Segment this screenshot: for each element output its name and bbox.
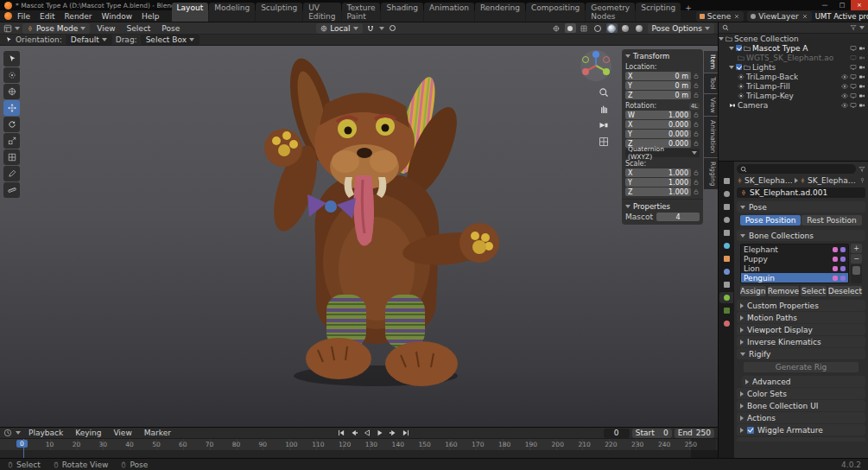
mode-dropdown[interactable]: Pose Mode	[22, 23, 90, 34]
disable-in-render-icon[interactable]	[858, 64, 865, 71]
expand-icon[interactable]	[729, 47, 734, 50]
n-panel-tab-rigging[interactable]: Rigging	[704, 158, 718, 189]
tool-cursor[interactable]	[3, 84, 20, 99]
editor-type-icon[interactable]	[3, 24, 12, 33]
color-sets-panel-header[interactable]: Color Sets	[737, 388, 865, 399]
disable-in-render-icon[interactable]	[858, 102, 865, 109]
playhead[interactable]: 0	[16, 440, 28, 448]
play-button[interactable]	[374, 429, 385, 438]
perspective-toggle-icon[interactable]	[599, 137, 609, 147]
bone-collections-panel-header[interactable]: Bone Collections	[737, 230, 865, 241]
bone-collection-lion[interactable]: Lion	[741, 264, 848, 273]
location-z-field[interactable]: Z0 m	[625, 91, 691, 99]
tool-scale[interactable]	[3, 133, 20, 149]
lock-icon[interactable]	[693, 140, 700, 147]
wiggle-armature-checkbox[interactable]	[747, 427, 754, 434]
previous-keyframe-button[interactable]	[348, 429, 359, 438]
menu-edit[interactable]: Edit	[35, 11, 59, 22]
n-panel-tab-animation[interactable]: Animation	[704, 117, 718, 156]
xray-toggle[interactable]	[579, 23, 590, 33]
bone-collection-elephant[interactable]: Elephant	[741, 245, 848, 254]
frame-start-field[interactable]: Start 0	[632, 429, 672, 438]
pose-panel-header[interactable]: Pose	[737, 201, 865, 213]
menu-render[interactable]: Render	[60, 11, 97, 22]
lock-icon[interactable]	[693, 73, 700, 79]
hide-in-viewport-icon[interactable]	[850, 73, 857, 80]
hide-eye-icon[interactable]	[841, 92, 848, 99]
expand-icon[interactable]	[719, 37, 724, 41]
tab-view-layer[interactable]	[719, 214, 733, 225]
zoom-icon[interactable]	[599, 87, 609, 98]
menu-marker[interactable]: Marker	[140, 428, 175, 438]
add-workspace-button[interactable]: +	[681, 3, 695, 22]
tab-bone[interactable]	[719, 305, 733, 316]
snap-toggle[interactable]	[365, 23, 377, 33]
proportional-edit-toggle[interactable]	[387, 23, 398, 33]
viewport-3d[interactable]: Transform Location: X0 m Y0 m Z0 m	[0, 46, 718, 427]
assign-button[interactable]: Assign	[740, 286, 766, 296]
outliner-row-lights[interactable]: Lights	[719, 62, 868, 72]
search-icon[interactable]	[722, 24, 729, 31]
workspace-tab-rendering[interactable]: Rendering	[475, 3, 525, 22]
lock-icon[interactable]	[693, 121, 700, 128]
remove-collection-button[interactable]: −	[851, 254, 862, 264]
tool-select-box[interactable]	[3, 67, 20, 83]
filter-chevron-icon[interactable]	[859, 26, 865, 29]
tab-scene[interactable]	[719, 227, 733, 238]
mascot-character[interactable]	[216, 46, 527, 391]
play-reverse-button[interactable]	[361, 429, 372, 438]
bone-collection-puppy[interactable]: Puppy	[741, 254, 848, 264]
outliner-row-mascot-type-a[interactable]: Mascot Type A	[719, 43, 868, 53]
workspace-tab-scripting[interactable]: Scripting	[636, 3, 681, 22]
lock-icon[interactable]	[693, 111, 700, 118]
tool-measure[interactable]	[3, 182, 20, 198]
collection-color-icon[interactable]	[833, 266, 838, 271]
remove-button[interactable]: Remove	[768, 286, 800, 296]
close-button[interactable]: ×	[851, 0, 868, 10]
snap-chevron-icon[interactable]	[379, 27, 384, 30]
menu-view[interactable]: View	[92, 23, 119, 34]
maximize-button[interactable]: □	[833, 0, 851, 10]
collection-checkbox[interactable]	[736, 45, 742, 51]
drag-setting-dropdown[interactable]: Select Box	[141, 35, 200, 45]
pin-icon[interactable]	[859, 177, 865, 184]
show-overlays-toggle[interactable]	[565, 23, 576, 33]
deselect-button[interactable]: Deselect	[828, 286, 862, 296]
rest-position-button[interactable]: Rest Position	[801, 215, 862, 225]
n-panel-tab-item[interactable]: Item	[704, 51, 718, 73]
tool-move[interactable]	[3, 100, 20, 116]
pan-hand-icon[interactable]	[599, 104, 609, 114]
tool-annotate[interactable]	[3, 166, 20, 181]
list-scrollbar[interactable]	[851, 264, 862, 283]
breadcrumb-object[interactable]: SK_Elephant....	[744, 176, 793, 185]
collection-checkbox[interactable]	[736, 64, 742, 70]
breadcrumb-data[interactable]: SK_Elephant.ad.0...	[808, 176, 856, 185]
n-panel-tab-view[interactable]: View	[704, 94, 718, 117]
pose-options-dropdown[interactable]: Pose Options	[648, 23, 714, 34]
disable-in-render-icon[interactable]	[858, 45, 865, 52]
menu-help[interactable]: Help	[137, 11, 164, 22]
workspace-tab-layout[interactable]: Layout	[172, 3, 209, 22]
select-button[interactable]: Select	[801, 286, 827, 296]
blender-menu-icon[interactable]	[4, 12, 12, 20]
menu-playback[interactable]: Playback	[24, 428, 67, 438]
menu-pose[interactable]: Pose	[157, 23, 184, 34]
hide-eye-icon[interactable]	[841, 102, 848, 109]
scale-x-field[interactable]: X1.000	[625, 168, 691, 177]
disable-in-render-icon[interactable]	[858, 92, 865, 99]
tool-transform[interactable]	[3, 149, 20, 165]
location-x-field[interactable]: X0 m	[625, 72, 691, 80]
disable-in-render-icon[interactable]	[858, 83, 865, 90]
workspace-tab-texture-paint[interactable]: Texture Paint	[342, 3, 381, 22]
hide-in-viewport-icon[interactable]	[850, 45, 857, 52]
tab-object[interactable]	[719, 253, 733, 264]
tab-world[interactable]	[719, 240, 733, 251]
keyframe-track[interactable]	[0, 450, 718, 458]
advanced-panel-header[interactable]: Advanced	[742, 376, 865, 387]
frame-ruler[interactable]: 0 10203040506070809010011012013014015016…	[0, 439, 718, 458]
rotation-x-field[interactable]: X0.000	[625, 120, 691, 129]
filter-funnel-icon[interactable]	[858, 166, 865, 173]
custom-property-field[interactable]: 4	[656, 213, 700, 221]
unlink-scene-icon[interactable]	[733, 13, 740, 20]
hide-in-viewport-icon[interactable]	[850, 102, 857, 109]
